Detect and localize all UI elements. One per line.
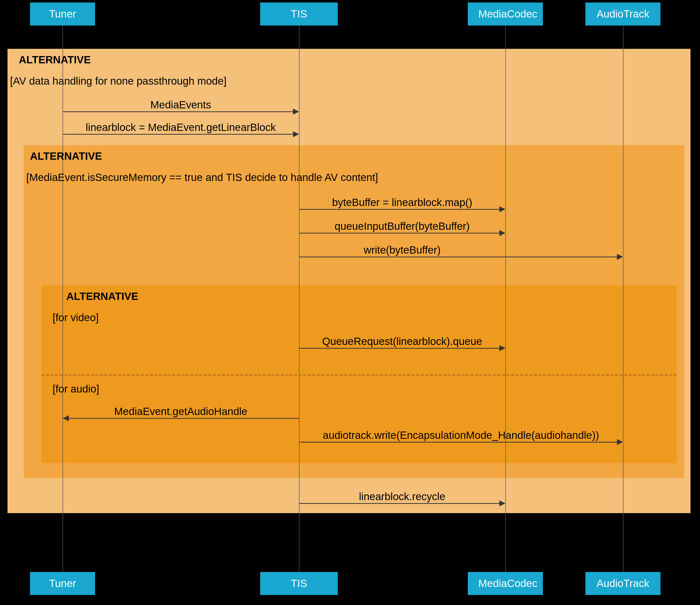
msg-map-label: byteBuffer = linearblock.map(): [299, 196, 505, 209]
actor-tis-top: TIS: [260, 2, 338, 26]
msg-map-line: [299, 209, 499, 210]
alt3-guard-a: [for video]: [53, 312, 99, 324]
msg-mediaevents-arrow: [293, 108, 299, 115]
msg-getlinearblock-line: [63, 134, 293, 135]
msg-writebuf-line: [299, 257, 617, 257]
msg-recycle-arrow: [499, 500, 505, 506]
msg-mediaevents-label: MediaEvents: [62, 99, 299, 111]
msg-queuereq-label: QueueRequest(linearblock).queue: [299, 335, 505, 347]
msg-recycle-label: linearblock.recycle: [299, 491, 505, 503]
alt2-guard: [MediaEvent.isSecureMemory == true and T…: [26, 171, 378, 184]
alt3-label: ALTERNATIVE: [66, 290, 139, 302]
actor-audiotrack-bottom: AudioTrack: [585, 572, 660, 595]
msg-mediaevents-line: [63, 112, 293, 112]
alt1-guard: [AV data handling for none passthrough m…: [10, 75, 227, 87]
msg-audiowrite-arrow: [617, 439, 623, 445]
alt1-label: ALTERNATIVE: [19, 54, 91, 66]
msg-queuereq-arrow: [499, 345, 505, 351]
msg-getlinearblock-arrow: [293, 131, 299, 137]
msg-getaudiohandle-label: MediaEvent.getAudioHandle: [62, 406, 299, 417]
alt3-separator: [41, 374, 677, 376]
msg-queueinput-arrow: [499, 230, 505, 236]
actor-tuner-bottom: Tuner: [30, 572, 95, 595]
lifeline-tuner-overlay: [62, 49, 63, 513]
lifeline-mediacodec-overlay: [505, 49, 506, 513]
actor-mediacodec-bottom: MediaCodec: [468, 572, 543, 595]
sequence-diagram: ALTERNATIVE [AV data handling for none p…: [0, 0, 700, 605]
msg-getlinearblock-label: linearblock = MediaEvent.getLinearBlock: [62, 121, 299, 134]
msg-writebuf-arrow: [617, 254, 623, 260]
msg-audiowrite-line: [299, 442, 617, 442]
msg-recycle-line: [299, 503, 499, 504]
msg-getaudiohandle-line: [69, 418, 299, 419]
actor-mediacodec-top: MediaCodec: [468, 2, 543, 26]
actor-tuner-top: Tuner: [30, 2, 95, 26]
msg-map-arrow: [499, 206, 505, 212]
msg-audiowrite-label: audiotrack.write(EncapsulationMode_Handl…: [299, 429, 623, 441]
msg-queueinput-label: queueInputBuffer(byteBuffer): [299, 220, 505, 232]
alt2-label: ALTERNATIVE: [30, 150, 102, 162]
msg-writebuf-label: write(byteBuffer): [299, 244, 505, 256]
msg-getaudiohandle-arrow: [63, 415, 69, 421]
msg-queuereq-line: [299, 348, 499, 349]
actor-tis-bottom: TIS: [260, 572, 338, 595]
msg-queueinput-line: [299, 233, 499, 234]
actor-audiotrack-top: AudioTrack: [585, 2, 660, 26]
lifeline-tis-overlay: [299, 49, 299, 513]
alt3-guard-b: [for audio]: [53, 383, 99, 395]
lifeline-audiotrack-overlay: [623, 49, 623, 513]
